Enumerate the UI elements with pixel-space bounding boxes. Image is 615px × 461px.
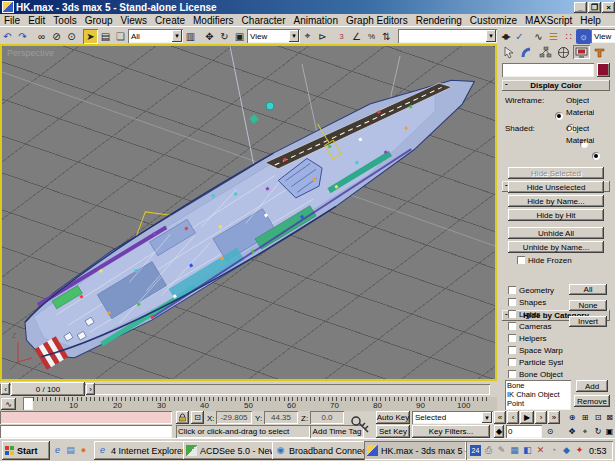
menu-group[interactable]: Group <box>81 15 117 26</box>
shaded-material-label[interactable]: Material <box>566 136 594 145</box>
menu-animation[interactable]: Animation <box>290 15 342 26</box>
arc-rotate-icon[interactable]: ↻ <box>592 425 604 438</box>
tray-volume-muted-icon[interactable]: ✕ <box>535 445 546 456</box>
mini-curve-editor-icon[interactable]: ∿ <box>1 398 16 410</box>
render-type-dropdown[interactable]: View▾ <box>591 29 615 43</box>
category-shapes-checkbox[interactable] <box>508 298 516 306</box>
hide-unselected-button[interactable]: Hide Unselected <box>508 181 604 193</box>
category-remove-button[interactable]: Remove <box>574 395 610 407</box>
list-item[interactable]: Point <box>507 399 569 408</box>
key-mode-dropdown[interactable]: Selected▾ <box>412 411 493 424</box>
zoom-extents-icon[interactable]: ⊡ <box>592 411 604 424</box>
chevron-down-icon[interactable]: ▾ <box>482 412 492 423</box>
schematic-view-icon[interactable]: ☰ <box>546 29 561 44</box>
title-bar[interactable]: HK.max - 3ds max 5 - Stand-alone License… <box>0 0 615 14</box>
reference-coordinate-dropdown[interactable]: View▾ <box>247 29 300 43</box>
key-step-toggle-icon[interactable]: ◆ <box>494 425 504 438</box>
collapse-icon[interactable]: - <box>505 79 508 88</box>
menu-maxscript[interactable]: MAXScript <box>521 15 576 26</box>
redo-icon[interactable]: ↷ <box>15 29 30 44</box>
maxscript-listener-white[interactable] <box>0 425 172 438</box>
minimize-icon[interactable]: _ <box>574 2 587 13</box>
set-key-icon[interactable] <box>349 413 373 437</box>
tray-scheduler-icon[interactable]: ◔ <box>548 445 559 456</box>
key-filters-button[interactable]: Key Filters... <box>412 425 490 438</box>
maximize-icon[interactable]: ❐ <box>588 2 601 13</box>
menu-rendering[interactable]: Rendering <box>412 15 466 26</box>
category-cameras-checkbox[interactable] <box>508 322 516 330</box>
category-particle-label[interactable]: Particle Systems <box>519 358 563 367</box>
menu-modifiers[interactable]: Modifiers <box>189 15 238 26</box>
pan-view-icon[interactable]: ✥ <box>566 425 578 438</box>
select-by-name-icon[interactable]: ▤ <box>98 29 113 44</box>
snap-toggle-icon[interactable]: 3 <box>334 29 349 44</box>
category-add-button[interactable]: Add <box>576 380 608 392</box>
curve-editor-icon[interactable]: ∿ <box>531 29 546 44</box>
hide-selected-button[interactable]: Hide Selected <box>508 167 604 179</box>
unlink-selection-icon[interactable]: ⊘ <box>49 29 64 44</box>
task-3dsmax-active[interactable]: HK.max - 3ds max 5 - S... <box>364 441 466 460</box>
category-all-button[interactable]: All <box>569 284 607 295</box>
track-bar[interactable]: ∿ 10 20 30 40 50 60 70 80 90 100 <box>0 397 497 411</box>
tab-motion-icon[interactable] <box>555 45 572 59</box>
select-and-rotate-icon[interactable]: ↻ <box>217 29 232 44</box>
menu-create[interactable]: Create <box>151 15 189 26</box>
track-bar-frame-marker[interactable] <box>23 397 33 410</box>
category-space-warps-checkbox[interactable] <box>508 346 516 354</box>
zoom-all-icon[interactable]: ⊞ <box>579 411 591 424</box>
time-configuration-icon[interactable]: ⊙ <box>544 425 556 438</box>
field-of-view-icon[interactable]: ⌖ <box>579 425 591 438</box>
select-and-move-icon[interactable]: ✥ <box>202 29 217 44</box>
selection-lock-icon[interactable] <box>176 411 189 424</box>
list-item[interactable]: IK Chain Object <box>507 390 569 399</box>
tray-display-icon[interactable]: ▦ <box>509 445 520 456</box>
category-geometry-label[interactable]: Geometry <box>519 286 563 295</box>
perspective-viewport[interactable]: Perspective <box>0 44 497 381</box>
category-invert-button[interactable]: Invert <box>569 316 607 327</box>
material-editor-icon[interactable]: ∷ <box>561 29 576 44</box>
category-particle-checkbox[interactable] <box>508 358 516 366</box>
previous-frame-icon[interactable]: ‹ <box>507 411 519 424</box>
task-acdsee[interactable]: ACDSee 5.0 - New Folder <box>183 441 275 460</box>
time-slider-thumb[interactable]: 0 / 100 <box>11 382 85 396</box>
unhide-by-name-button[interactable]: Unhide by Name... <box>508 241 604 253</box>
go-to-end-icon[interactable]: » <box>548 411 560 424</box>
tray-tools-icon[interactable]: ✎ <box>496 445 507 456</box>
task-broadband[interactable]: ◉ Broadband Connection ... <box>272 441 367 460</box>
chevron-down-icon[interactable]: ▾ <box>289 30 299 42</box>
menu-edit[interactable]: Edit <box>24 15 49 26</box>
category-bone-objects-checkbox[interactable] <box>508 370 516 378</box>
tab-hierarchy-icon[interactable] <box>537 45 554 59</box>
tray-app-icon[interactable]: 24 <box>470 445 481 456</box>
angle-snap-icon[interactable]: ∠ <box>349 29 364 44</box>
tab-utilities-icon[interactable] <box>591 45 608 59</box>
hide-by-name-button[interactable]: Hide by Name... <box>508 195 604 207</box>
use-pivot-center-icon[interactable]: ⌖ <box>300 29 315 44</box>
auto-key-button[interactable]: Auto Key <box>376 411 410 424</box>
tab-modify-icon[interactable] <box>519 45 536 59</box>
category-lights-checkbox[interactable] <box>508 310 516 318</box>
align-icon[interactable]: ✓ <box>512 29 527 44</box>
object-name-field[interactable] <box>502 63 594 77</box>
menu-customize[interactable]: Customize <box>466 15 521 26</box>
rollout-display-color[interactable]: - Display Color <box>502 80 610 91</box>
category-shapes-label[interactable]: Shapes <box>519 298 563 307</box>
menu-help[interactable]: Help <box>576 15 605 26</box>
min-max-toggle-icon[interactable]: ▣ <box>604 425 615 438</box>
tab-create-icon[interactable] <box>501 45 518 59</box>
play-icon[interactable]: ▶ <box>520 411 534 424</box>
tray-antivirus-icon[interactable]: ◆ <box>561 445 572 456</box>
task-ie-group[interactable]: e 4 Internet Explorer ▾ <box>94 441 186 460</box>
window-crossing-icon[interactable]: ▥ <box>183 29 198 44</box>
mirror-icon[interactable]: ◀▶ <box>497 29 512 44</box>
menu-file[interactable]: File <box>0 15 24 26</box>
go-to-start-icon[interactable]: « <box>494 411 506 424</box>
list-item[interactable]: Bone <box>507 381 569 390</box>
x-coordinate-field[interactable]: -29.805 <box>216 411 252 424</box>
tray-network-icon[interactable]: ◧ <box>522 445 533 456</box>
z-coordinate-field[interactable]: 0.0 <box>310 411 344 424</box>
next-frame-icon[interactable]: › <box>535 411 547 424</box>
tray-printer-icon[interactable]: ⎙ <box>483 445 494 456</box>
selection-filter-dropdown[interactable]: All▾ <box>128 29 183 43</box>
set-key-button[interactable]: Set Key <box>376 425 410 438</box>
